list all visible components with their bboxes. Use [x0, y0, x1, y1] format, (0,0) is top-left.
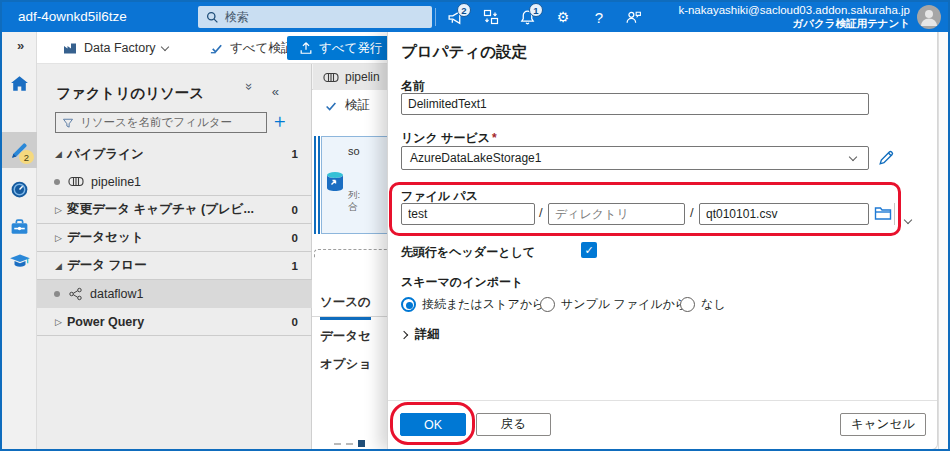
tree-section-datasets[interactable]: ▷ データセット 0	[37, 224, 312, 252]
expander-icon[interactable]: ▷	[55, 233, 67, 243]
validate-all-button[interactable]: すべて検証	[209, 32, 293, 64]
details-label: 詳細	[415, 326, 440, 343]
search-icon	[206, 11, 219, 24]
first-row-header-checkbox[interactable]: ✓	[581, 242, 597, 258]
publish-icon	[299, 41, 313, 55]
linked-service-label: リンク サービス*	[401, 130, 497, 147]
pipeline-icon	[323, 71, 339, 84]
tree-item-dataflow1[interactable]: dataflow1	[37, 280, 312, 308]
tree-count: 0	[292, 232, 298, 244]
author-badge: 2	[19, 150, 34, 164]
radio-icon	[540, 297, 555, 312]
file-path-directory-input[interactable]	[548, 203, 685, 225]
tree-item-pipeline1[interactable]: pipeline1	[37, 168, 312, 196]
expander-icon[interactable]: ◢	[55, 149, 67, 159]
name-input[interactable]	[401, 93, 869, 115]
nav-home-button[interactable]	[2, 66, 37, 100]
nav-monitor-button[interactable]	[2, 172, 37, 206]
validate-all-label: すべて検証	[230, 40, 293, 57]
collapse-pane-icon[interactable]: «	[272, 84, 289, 99]
topbar-divider	[435, 8, 436, 26]
next-node-placeholder	[314, 249, 387, 258]
help-icon[interactable]: ?	[584, 2, 614, 32]
bullet-icon	[54, 291, 60, 297]
back-button[interactable]: 戻る	[476, 413, 551, 436]
validate-check-icon	[209, 41, 224, 56]
tree-section-data-flows[interactable]: ◢ データ フロー 1	[37, 252, 312, 280]
node-meta: 列:合	[348, 189, 360, 213]
tree-section-pipelines[interactable]: ◢ パイプライン 1	[37, 140, 312, 168]
factory-resources-pane: ファクトリのリソース » « リソースを名前でフィルター ＋ ◢ パイプライン …	[37, 64, 312, 449]
tree-count: 1	[292, 148, 298, 160]
filter-icon	[62, 117, 74, 129]
edit-linked-service-button[interactable]	[877, 148, 896, 167]
ok-button[interactable]: OK	[400, 413, 466, 436]
source-node[interactable]: so 列:合	[314, 136, 390, 234]
avatar[interactable]	[917, 5, 941, 29]
radio-selected-icon	[401, 297, 416, 312]
factory-name: adf-4ownkd5il6tze	[18, 2, 127, 32]
linked-service-value: AzureDataLakeStorage1	[410, 151, 541, 165]
nav-manage-button[interactable]	[2, 210, 37, 244]
factory-menu-button[interactable]: Data Factory	[62, 32, 168, 64]
resource-filter-placeholder: リソースを名前でフィルター	[80, 115, 232, 130]
options-field-label: オプショ	[320, 356, 371, 373]
check-icon	[324, 99, 338, 113]
pipeline-icon	[68, 175, 84, 188]
add-resource-button[interactable]: ＋	[270, 108, 289, 134]
collapse-all-icon[interactable]: »	[242, 83, 257, 100]
advanced-details-expander[interactable]: 詳細	[401, 326, 440, 343]
path-separator: /	[690, 205, 694, 220]
first-row-header-label: 先頭行をヘッダーとして	[401, 244, 535, 261]
resource-filter-input[interactable]: リソースを名前でフィルター	[55, 112, 267, 133]
bullet-icon	[54, 179, 60, 185]
chevron-right-icon	[400, 330, 408, 338]
app-window: adf-4ownkd5il6tze 検索 2 1 ⚙ ? k-nakayashi…	[0, 0, 950, 451]
set-properties-panel: プロパティの設定 名前 リンク サービス* AzureDataLakeStora…	[387, 32, 938, 450]
tab-label: ソースの	[320, 295, 371, 309]
expander-icon[interactable]: ▷	[55, 317, 67, 327]
panel-scrollbar-track[interactable]	[938, 32, 948, 450]
data-factory-icon	[62, 40, 78, 56]
field-divider	[894, 203, 895, 225]
file-path-container-input[interactable]	[401, 203, 535, 225]
account-info[interactable]: k-nakayashiki@sacloud03.addon.sakuraha.j…	[678, 4, 910, 30]
tree-label: データ フロー	[67, 257, 147, 274]
search-input[interactable]: 検索	[198, 6, 432, 28]
tree-section-change-data-capture[interactable]: ▷ 変更データ キャプチャ (プレビ... 0	[37, 196, 312, 224]
file-path-expand-chevron[interactable]	[905, 209, 911, 227]
dataset-field-label: データセ	[320, 328, 371, 345]
announcements-badge: 2	[457, 3, 471, 17]
nav-author-button[interactable]: 2	[2, 132, 37, 168]
expander-icon[interactable]: ◢	[55, 261, 67, 271]
tree-count: 1	[292, 260, 298, 272]
linked-service-select[interactable]: AzureDataLakeStorage1	[401, 146, 869, 170]
radio-label: なし	[701, 296, 726, 313]
tree-count: 0	[292, 316, 298, 328]
account-email: k-nakayashiki@sacloud03.addon.sakuraha.j…	[678, 4, 910, 17]
radio-label: サンプル ファイルから	[561, 296, 687, 313]
canvas-validate-button[interactable]: 検証	[324, 97, 370, 114]
radio-from-sample-file[interactable]: サンプル ファイルから	[540, 296, 687, 313]
settings-gear-icon[interactable]: ⚙	[548, 2, 578, 32]
nav-learning-button[interactable]	[2, 244, 37, 278]
switch-directory-icon[interactable]	[476, 2, 506, 32]
tree-label: dataflow1	[90, 287, 144, 301]
bottom-pane-divider	[312, 316, 390, 317]
browse-folder-button[interactable]	[874, 205, 892, 221]
cancel-button[interactable]: キャンセル	[840, 413, 926, 436]
expander-icon[interactable]: ▷	[55, 205, 67, 215]
search-placeholder: 検索	[225, 9, 249, 26]
file-path-file-input[interactable]	[699, 203, 869, 225]
radio-none[interactable]: なし	[680, 296, 726, 313]
gauge-icon	[9, 179, 30, 200]
validate-label: 検証	[345, 97, 370, 114]
panel-title: プロパティの設定	[401, 42, 527, 63]
radio-from-connection[interactable]: 接続またはストアから	[401, 296, 544, 313]
azure-top-bar: adf-4ownkd5il6tze 検索 2 1 ⚙ ? k-nakayashi…	[2, 2, 948, 32]
canvas-zoom-controls[interactable]	[334, 440, 365, 447]
resources-pane-title: ファクトリのリソース	[56, 84, 204, 103]
expand-rail-icon[interactable]: »	[2, 38, 37, 53]
feedback-icon[interactable]	[618, 2, 648, 32]
tree-section-power-query[interactable]: ▷ Power Query 0	[37, 308, 312, 336]
